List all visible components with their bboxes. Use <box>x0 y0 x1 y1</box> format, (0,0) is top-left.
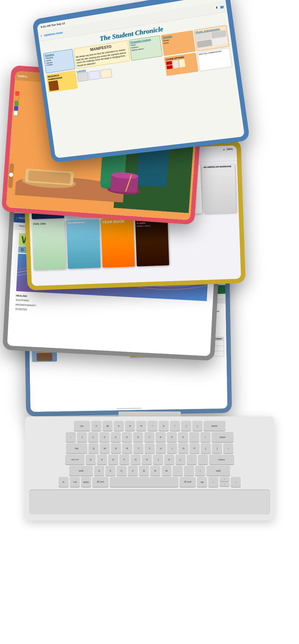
key-amp[interactable]: & <box>159 421 169 431</box>
key-v[interactable]: V <box>128 466 138 476</box>
key-4[interactable]: 4 <box>111 432 121 442</box>
key-at[interactable]: @ <box>103 421 113 431</box>
book-american-marriage[interactable]: AN AMERICAN MARRIAGE <box>202 164 236 214</box>
key-hash2[interactable]: # <box>114 421 124 431</box>
key-1[interactable]: 1 <box>77 432 87 442</box>
key-cmd-right[interactable]: ⌘ cmd <box>180 477 196 487</box>
key-arrow-right[interactable]: → <box>231 477 241 487</box>
key-semicolon[interactable]: ; <box>187 454 197 464</box>
key-m[interactable]: M <box>162 466 171 476</box>
key-caps-lock[interactable]: caps lock <box>65 454 84 464</box>
asdf-key-row: caps lock A S D F G H J K L ; ' return <box>29 454 270 464</box>
qwerty-key-row: tab Q W E R T Y U I O P [ ] \ <box>29 443 270 453</box>
key-u[interactable]: U <box>156 443 166 453</box>
key-b[interactable]: B <box>139 466 149 476</box>
key-asterisk[interactable]: * <box>170 421 180 431</box>
key-x[interactable]: X <box>105 466 115 476</box>
key-5[interactable]: 5 <box>122 432 132 442</box>
key-r[interactable]: R <box>122 443 132 453</box>
key-minus[interactable]: - <box>189 432 199 442</box>
key-hash[interactable]: # <box>91 421 101 431</box>
people-icon[interactable]: 👥 <box>220 5 224 8</box>
key-lbracket[interactable]: [ <box>201 443 211 453</box>
key-8[interactable]: 8 <box>156 432 166 442</box>
key-esc[interactable]: esc <box>74 421 90 431</box>
key-p[interactable]: P <box>190 443 200 453</box>
key-dollar[interactable]: $ <box>125 421 135 431</box>
back-icon[interactable]: ‹ <box>16 216 17 219</box>
key-l[interactable]: L <box>176 454 186 464</box>
share-icon[interactable]: ⬆ <box>215 6 219 9</box>
key-q[interactable]: Q <box>89 443 99 453</box>
toolbar-actions: ⬆ 👥 <box>215 5 224 9</box>
key-h[interactable]: H <box>142 454 152 464</box>
book-holly-jolly[interactable]: Holly Jolly <box>32 220 66 270</box>
key-w[interactable]: W <box>100 443 110 453</box>
key-apostrophe[interactable]: ' <box>198 454 208 464</box>
opinions-issue-label[interactable]: Opinions Issue <box>44 31 63 37</box>
key-y[interactable]: Y <box>145 443 155 453</box>
key-tilde[interactable]: ~ <box>66 432 76 442</box>
trackpad[interactable] <box>29 489 270 514</box>
key-i[interactable]: I <box>167 443 177 453</box>
cover-options-section: COVER OPTIONS OPINIONS <box>164 53 198 76</box>
key-comma[interactable]: , <box>173 466 183 476</box>
key-rparen[interactable]: ) <box>192 421 202 431</box>
key-delete[interactable]: delete <box>212 432 234 442</box>
key-arrow-up[interactable]: ↑ <box>219 477 229 481</box>
key-percent[interactable]: % <box>136 421 146 431</box>
key-space[interactable] <box>110 477 178 487</box>
keyboard-key-rows: esc # @ # $ % ^ & * ( ) delete ~ 1 <box>29 421 270 487</box>
key-j[interactable]: J <box>153 454 163 464</box>
photo-submissions-section: Photo Submissions <box>194 25 229 51</box>
gallery-button[interactable]: Gallery <box>17 74 27 78</box>
key-d[interactable]: D <box>108 454 118 464</box>
key-2[interactable]: 2 <box>88 432 98 442</box>
key-period[interactable]: . <box>184 466 194 476</box>
key-0[interactable]: 0 <box>178 432 188 442</box>
key-k[interactable]: K <box>164 454 174 464</box>
key-fn[interactable]: fn <box>59 477 69 487</box>
key-return[interactable]: return <box>209 454 234 464</box>
key-g[interactable]: G <box>131 454 141 464</box>
key-lparen[interactable]: ( <box>181 421 191 431</box>
key-a[interactable]: A <box>86 454 96 464</box>
key-backslash[interactable]: \ <box>223 443 233 453</box>
potential-content-section: Potential Content TopicsFeaturesOpinion … <box>129 35 163 60</box>
key-delete-fn[interactable]: delete <box>204 421 225 431</box>
key-3[interactable]: 3 <box>99 432 109 442</box>
key-ctrl[interactable]: ^ctrl <box>70 477 80 487</box>
back-icon: ‹ <box>41 34 42 37</box>
bottom-key-row: fn ^ctrl option ⌘ cmd ⌘ cmd opt ← ↑ ↓ → <box>29 477 270 487</box>
key-z[interactable]: Z <box>94 466 104 476</box>
key-arrow-down[interactable]: ↓ <box>219 482 229 486</box>
key-6[interactable]: 6 <box>133 432 143 442</box>
key-slash[interactable]: / <box>195 466 205 476</box>
key-9[interactable]: 9 <box>167 432 177 442</box>
key-f[interactable]: F <box>119 454 129 464</box>
key-cmd-left[interactable]: ⌘ cmd <box>92 477 109 487</box>
key-s[interactable]: S <box>97 454 107 464</box>
function-key-row: esc # @ # $ % ^ & * ( ) delete <box>29 421 270 431</box>
book-hilderbrand[interactable]: Elin Hilderbrand <box>66 219 101 269</box>
keyboard-connector <box>118 411 181 416</box>
key-rbracket[interactable]: ] <box>212 443 222 453</box>
book-court-silver-flames[interactable]: A COURT OF SILVER FLAMES SARAH J. MAAS <box>135 217 169 267</box>
key-tab[interactable]: tab <box>66 443 87 453</box>
key-e[interactable]: E <box>111 443 121 453</box>
key-n[interactable]: N <box>150 466 160 476</box>
book-yearbook[interactable]: YEAR BOOK <box>101 218 135 268</box>
key-option[interactable]: option <box>81 477 91 487</box>
research-submissions-section: RESEARCHSUBMISSIONS <box>46 70 78 92</box>
key-t[interactable]: T <box>133 443 143 453</box>
key-c[interactable]: C <box>117 466 127 476</box>
key-shift-right[interactable]: shift <box>206 466 230 476</box>
magic-keyboard[interactable]: esc # @ # $ % ^ & * ( ) delete ~ 1 <box>25 411 274 521</box>
key-caret[interactable]: ^ <box>147 421 157 431</box>
key-7[interactable]: 7 <box>144 432 154 442</box>
key-shift-left[interactable]: shift <box>69 466 93 476</box>
key-o[interactable]: O <box>178 443 188 453</box>
key-opt-right[interactable]: opt <box>197 477 207 487</box>
key-arrow-left[interactable]: ← <box>208 477 218 487</box>
key-equals[interactable]: = <box>200 432 210 442</box>
